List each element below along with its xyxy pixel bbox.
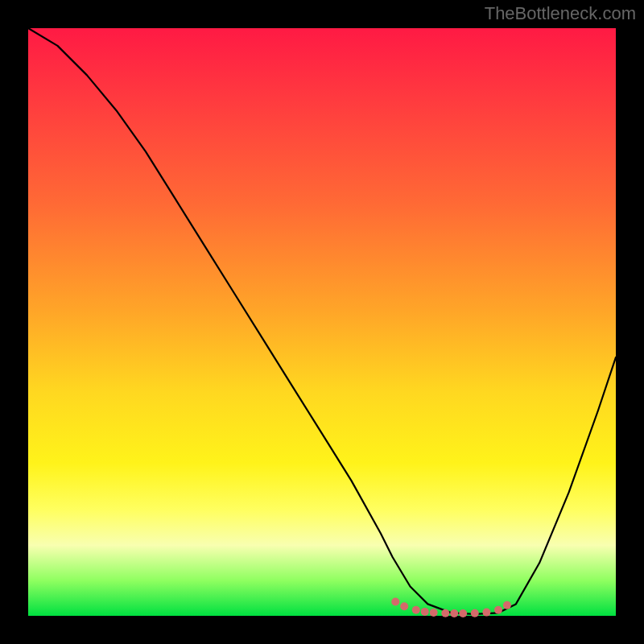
- highlight-dot: [421, 608, 429, 616]
- highlight-dot: [391, 597, 399, 605]
- watermark-text: TheBottleneck.com: [485, 3, 636, 24]
- highlight-dot: [441, 609, 449, 617]
- highlight-dot: [494, 606, 502, 614]
- plot-area: [28, 28, 616, 616]
- highlight-dot: [471, 609, 479, 617]
- highlight-dot: [459, 609, 467, 617]
- bottleneck-curve: [28, 28, 616, 614]
- chart-container: TheBottleneck.com: [0, 0, 644, 644]
- highlight-dot: [450, 609, 458, 617]
- highlight-dots: [391, 597, 511, 617]
- highlight-dot: [430, 609, 438, 617]
- highlight-dot: [412, 606, 420, 614]
- highlight-dot: [400, 602, 408, 610]
- highlight-dot: [503, 601, 511, 609]
- highlight-dot: [482, 609, 490, 617]
- curve-svg: [28, 28, 616, 616]
